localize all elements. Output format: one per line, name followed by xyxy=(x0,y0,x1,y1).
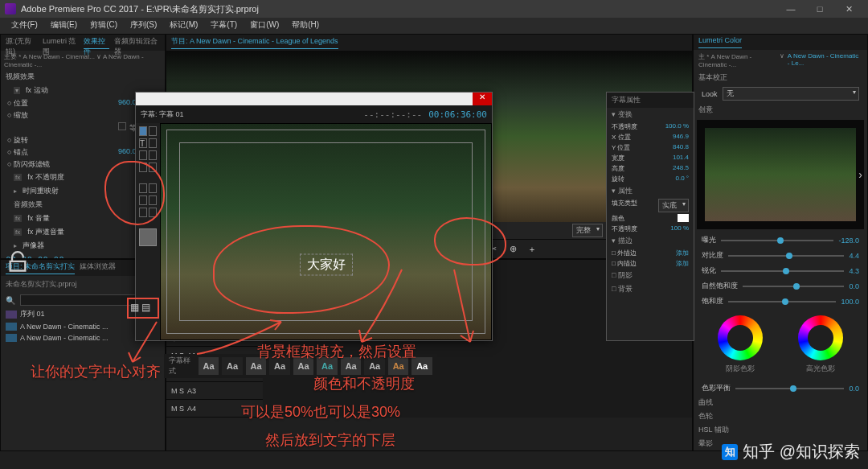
title-styles-row: 字幕样式 Aa Aa Aa Aa Aa Aa Aa Aa Aa Aa xyxy=(164,354,437,378)
rotate-tool-icon[interactable] xyxy=(149,126,157,136)
flicker-label: ○ 防闪烁滤镜 xyxy=(7,159,50,170)
ellipse-tool-icon[interactable] xyxy=(139,208,147,217)
selection-tool-icon[interactable] xyxy=(139,126,147,136)
menu-window[interactable]: 窗口(W) xyxy=(244,18,285,34)
style-swatch-6[interactable]: Aa xyxy=(317,357,338,375)
track-a4[interactable]: M SA4 xyxy=(166,400,263,418)
transform-section[interactable]: ▾ 变换 xyxy=(607,108,694,121)
background-chk[interactable]: □ 背景 xyxy=(607,282,694,296)
path-type-icon[interactable] xyxy=(149,150,157,160)
pen-tool-icon[interactable] xyxy=(139,163,147,172)
style-swatch-3[interactable]: Aa xyxy=(246,357,267,375)
tab-media-browser[interactable]: 媒体浏览器 xyxy=(80,261,116,274)
app-title: Adobe Premiere Pro CC 2017 - E:\PR\未命名剪实… xyxy=(21,3,259,15)
anchor-x[interactable]: 960.0 xyxy=(118,147,137,155)
prop-y[interactable]: 840.8 xyxy=(673,143,689,152)
close-button[interactable]: ✕ xyxy=(834,0,863,18)
pos-x[interactable]: 960.0 xyxy=(118,98,137,106)
extract-icon[interactable]: ⊕ xyxy=(506,242,520,256)
style-swatch-2[interactable]: Aa xyxy=(222,357,243,375)
vtype-tool-icon[interactable] xyxy=(149,138,157,148)
fill-swatch[interactable] xyxy=(139,228,157,246)
menu-marker[interactable]: 标记(M) xyxy=(163,18,204,34)
style-swatch-7[interactable]: Aa xyxy=(341,357,362,375)
add-anchor-icon[interactable] xyxy=(149,163,157,172)
search-icon[interactable]: 🔍 xyxy=(6,296,15,305)
watermark: 知 知乎 @知识探索 xyxy=(722,441,860,463)
menu-sequence[interactable]: 序列(S) xyxy=(124,18,163,34)
source-panel-tabs: 源:(无剪辑) Lumetri 范围 效果控件 音频剪辑混合器 xyxy=(1,35,165,51)
next-look-icon[interactable]: › xyxy=(858,168,862,181)
uniform-scale-chk[interactable] xyxy=(118,122,126,130)
slider-vibrance[interactable]: 自然饱和度0.0 xyxy=(694,278,867,294)
prop-opacity[interactable]: 100.0 % xyxy=(665,122,689,131)
fill-opacity[interactable]: 100 % xyxy=(670,224,689,233)
outer-stroke-chk[interactable]: □ 外描边 xyxy=(612,249,637,257)
lumetri-panel: Lumetri Color 主 * A New Dawn - Cinematic… xyxy=(693,34,868,451)
menu-clip[interactable]: 剪辑(C) xyxy=(84,18,124,34)
wheels-section[interactable]: 色轮 xyxy=(694,409,867,423)
stroke-section[interactable]: ▾ 描边 xyxy=(607,234,694,248)
color-swatch[interactable] xyxy=(678,214,689,222)
prop-w[interactable]: 101.4 xyxy=(673,154,689,163)
look-dropdown[interactable]: 无 xyxy=(723,87,859,101)
fill-type-dropdown[interactable]: 实底 xyxy=(658,199,689,212)
tab-source[interactable]: 源:(无剪辑) xyxy=(6,36,38,49)
min-button[interactable]: — xyxy=(776,0,805,18)
properties-section[interactable]: ▾ 属性 xyxy=(607,184,694,198)
title-tab[interactable]: 字幕: 字幕 01 xyxy=(141,109,184,120)
hsl-section[interactable]: HSL 辅助 xyxy=(694,423,867,437)
menu-title[interactable]: 字幕(T) xyxy=(204,18,244,34)
shadow-chk[interactable]: □ 阴影 xyxy=(607,269,694,282)
lumetri-tab[interactable]: Lumetri Color xyxy=(698,36,742,48)
icon-view-icon[interactable]: ▤ xyxy=(141,302,150,313)
track-a3[interactable]: M SA3 xyxy=(166,382,263,400)
slider-sharpen[interactable]: 锐化4.3 xyxy=(694,263,867,278)
title-close-button[interactable]: ✕ xyxy=(473,93,492,105)
project-search-input[interactable] xyxy=(20,294,141,306)
arc-tool-icon[interactable] xyxy=(149,195,157,205)
roundrect-tool-icon[interactable] xyxy=(149,183,157,193)
scale-label: ○ 缩放 xyxy=(7,110,28,121)
lock-icon[interactable] xyxy=(6,251,29,274)
line-tool-icon[interactable] xyxy=(149,208,157,217)
menu-edit[interactable]: 编辑(E) xyxy=(44,18,84,34)
export-frame-icon[interactable]: + xyxy=(526,243,538,256)
prop-x[interactable]: 946.9 xyxy=(673,133,689,142)
prop-h[interactable]: 248.5 xyxy=(673,164,689,173)
basic-correction-section[interactable]: 基本校正 xyxy=(694,71,867,84)
slider-balance[interactable]: 色彩平衡0.0 xyxy=(694,381,867,396)
rect-tool-icon[interactable] xyxy=(139,183,147,193)
menu-help[interactable]: 帮助(H) xyxy=(285,18,326,34)
shadow-wheel[interactable] xyxy=(718,315,763,360)
fit-dropdown[interactable]: 完整 xyxy=(572,224,603,237)
style-swatch-5[interactable]: Aa xyxy=(293,357,314,375)
app-icon xyxy=(5,3,16,14)
creative-section[interactable]: 创意 xyxy=(694,103,867,117)
title-canvas[interactable]: 大家好 xyxy=(160,123,492,340)
slider-contrast[interactable]: 对比度4.4 xyxy=(694,248,867,263)
wedge-tool-icon[interactable] xyxy=(139,195,147,205)
area-type-icon[interactable] xyxy=(139,150,147,160)
prop-rot[interactable]: 0.0 ° xyxy=(675,175,689,183)
slider-exposure[interactable]: 曝光-128.0 xyxy=(694,232,867,248)
slider-saturation[interactable]: 饱和度100.0 xyxy=(694,294,867,309)
style-swatch-4[interactable]: Aa xyxy=(269,357,290,375)
style-swatch-1[interactable]: Aa xyxy=(199,357,219,375)
list-view-icon[interactable]: ▦ xyxy=(130,302,139,313)
look-preview[interactable]: › xyxy=(697,120,864,229)
tab-effect-controls[interactable]: 效果控件 xyxy=(84,36,109,49)
max-button[interactable]: □ xyxy=(805,0,834,18)
menu-file[interactable]: 文件(F) xyxy=(5,18,44,34)
tab-scopes[interactable]: Lumetri 范围 xyxy=(43,36,79,49)
inner-stroke-chk[interactable]: □ 内描边 xyxy=(612,259,637,268)
highlight-wheel[interactable] xyxy=(798,315,843,360)
tab-audio-mixer[interactable]: 音频剪辑混合器 xyxy=(114,36,160,49)
tab-program[interactable]: 节目: A New Dawn - Cinematic - League of L… xyxy=(171,36,338,49)
style-swatch-9[interactable]: Aa xyxy=(388,357,409,375)
style-swatch-10[interactable]: Aa xyxy=(411,357,432,375)
style-swatch-8[interactable]: Aa xyxy=(364,357,385,375)
curves-section[interactable]: 曲线 xyxy=(694,396,867,409)
type-tool-icon[interactable]: T xyxy=(139,138,147,148)
title-text-object[interactable]: 大家好 xyxy=(300,253,353,275)
